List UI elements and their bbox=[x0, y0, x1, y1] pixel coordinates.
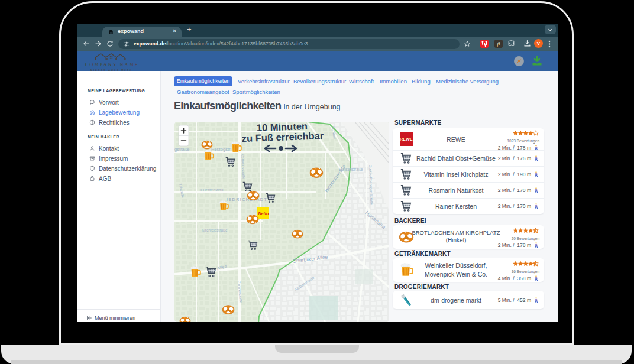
svg-text:Kirchfeldstraße: Kirchfeldstraße bbox=[202, 228, 228, 232]
svg-text:Herzogstr: Herzogstr bbox=[211, 147, 231, 152]
svg-text:Fürstenwall: Fürstenwall bbox=[200, 187, 224, 193]
svg-text:gstraße: gstraße bbox=[174, 147, 189, 152]
svg-text:IEDRICHSTADT: IEDRICHSTADT bbox=[227, 197, 267, 202]
svg-text:Netto: Netto bbox=[258, 212, 270, 216]
